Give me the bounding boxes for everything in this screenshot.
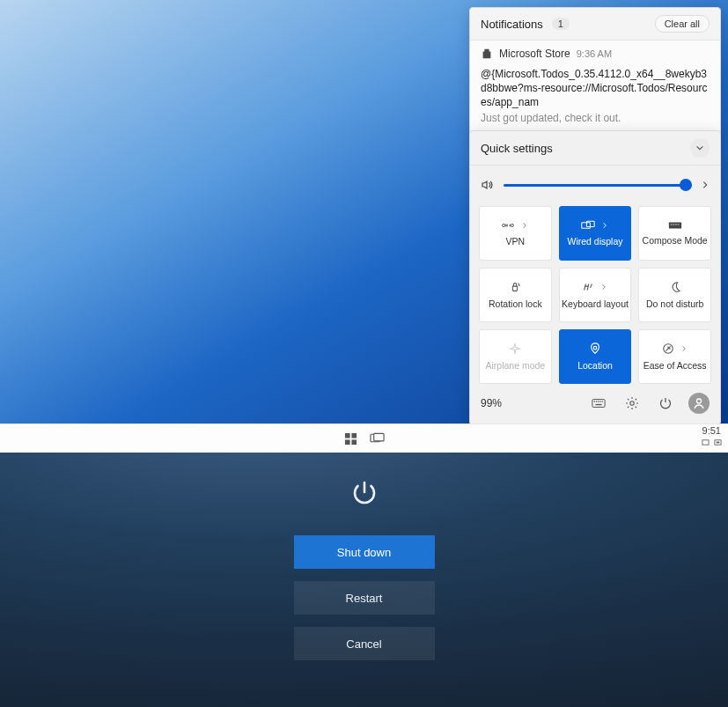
user-icon (692, 396, 706, 410)
tile-label: Do not disturb (646, 298, 703, 309)
chevron-right-icon (600, 221, 609, 230)
taskbar: 9:51 (0, 423, 728, 453)
tile-label: Ease of Access (643, 360, 707, 371)
store-icon (481, 48, 493, 60)
tile-rotation-lock[interactable]: Rotation lock (479, 268, 552, 322)
location-icon (589, 342, 601, 355)
notifications-header: Notifications 1 Clear all (470, 8, 720, 41)
svg-rect-18 (595, 404, 601, 405)
on-screen-keyboard-button[interactable] (588, 393, 609, 414)
svg-rect-13 (594, 401, 595, 401)
tile-ease-of-access[interactable]: Ease of Access (638, 329, 711, 384)
notification-app-name: Microsoft Store (499, 48, 570, 60)
restart-button[interactable]: Restart (294, 581, 435, 615)
chevron-right-icon (599, 283, 608, 291)
vpn-icon (501, 220, 515, 231)
svg-rect-26 (373, 433, 383, 441)
svg-point-19 (630, 401, 634, 405)
volume-slider[interactable] (504, 184, 692, 187)
gear-icon (625, 396, 639, 410)
svg-point-0 (503, 224, 505, 226)
svg-rect-17 (602, 401, 603, 401)
svg-rect-21 (344, 432, 349, 438)
volume-row (470, 166, 720, 201)
quick-settings-footer: 99% (470, 384, 720, 419)
volume-slider-thumb[interactable] (680, 179, 692, 191)
svg-point-1 (511, 224, 514, 226)
tile-label: VPN (506, 236, 526, 247)
shut-down-button[interactable]: Shut down (294, 535, 435, 569)
notification-body: @{Microsoft.Todos_0.35.4112.0_x64__8weky… (481, 67, 710, 110)
notification-subtext: Just got updated, check it out. (481, 112, 710, 124)
tile-label: Wired display (567, 236, 622, 247)
svg-rect-23 (344, 439, 349, 445)
power-button[interactable] (655, 393, 676, 414)
tile-airplane-mode[interactable]: Airplane mode (479, 329, 552, 384)
svg-rect-7 (675, 224, 677, 225)
notifications-count-badge: 1 (552, 18, 570, 30)
svg-rect-16 (599, 401, 600, 401)
keyboard-icon (582, 281, 594, 293)
svg-rect-5 (670, 224, 672, 225)
power-icon (658, 396, 673, 410)
quick-settings-tiles: VPN Wired display Compose Mode Rotation … (470, 201, 720, 384)
notifications-title: Notifications (481, 18, 543, 31)
battery-level: 99% (481, 397, 502, 409)
svg-rect-22 (351, 432, 357, 438)
cancel-button[interactable]: Cancel (294, 627, 435, 660)
volume-expand-button[interactable] (701, 180, 710, 189)
tile-label: Compose Mode (643, 235, 708, 246)
tile-do-not-disturb[interactable]: Do not disturb (638, 268, 711, 322)
notifications-panel: Notifications 1 Clear all Microsoft Stor… (469, 7, 721, 136)
chevron-right-icon (680, 344, 688, 353)
svg-rect-14 (596, 401, 597, 401)
power-icon-large (349, 477, 380, 509)
quick-settings-header: Quick settings (470, 131, 720, 166)
moon-icon (669, 281, 681, 293)
svg-rect-12 (592, 400, 605, 408)
tile-label: Location (577, 360, 613, 371)
tile-label: Rotation lock (489, 298, 542, 309)
chevron-right-icon (701, 180, 710, 189)
taskbar-clock[interactable]: 9:51 (702, 425, 721, 436)
svg-rect-9 (513, 286, 518, 291)
compose-icon (668, 221, 682, 230)
user-button[interactable] (688, 393, 710, 414)
windows-icon (344, 432, 357, 446)
start-button[interactable] (344, 432, 357, 446)
keyboard-icon (592, 398, 606, 409)
tray-icon-1[interactable] (702, 438, 710, 446)
task-view-button[interactable] (370, 432, 385, 446)
svg-rect-8 (677, 224, 679, 225)
rotation-lock-icon (509, 281, 521, 293)
airplane-icon (509, 342, 521, 355)
tray-icon-2[interactable] (714, 438, 722, 446)
chevron-down-icon (695, 144, 704, 152)
tile-compose-mode[interactable]: Compose Mode (638, 206, 711, 261)
tile-wired-display[interactable]: Wired display (559, 206, 632, 261)
quick-settings-panel: Quick settings VPN (469, 130, 721, 425)
speaker-icon[interactable] (481, 178, 495, 192)
system-tray (702, 438, 722, 446)
chevron-right-icon (520, 221, 529, 230)
svg-rect-6 (673, 224, 674, 225)
svg-rect-27 (702, 440, 709, 445)
notification-time: 9:36 AM (577, 48, 612, 59)
quick-settings-title: Quick settings (481, 142, 553, 155)
ease-of-access-icon (662, 342, 674, 355)
svg-rect-24 (351, 439, 357, 445)
svg-point-10 (593, 346, 597, 350)
clear-all-button[interactable]: Clear all (655, 15, 710, 33)
tile-keyboard-layout[interactable]: Keyboard layout (559, 268, 632, 322)
svg-rect-15 (598, 401, 599, 401)
task-view-icon (370, 432, 385, 445)
notification-card[interactable]: Microsoft Store 9:36 AM @{Microsoft.Todo… (470, 41, 720, 135)
svg-rect-2 (582, 223, 591, 228)
tile-vpn[interactable]: VPN (479, 206, 552, 261)
tile-label: Keyboard layout (562, 298, 629, 309)
display-icon (581, 220, 595, 231)
collapse-button[interactable] (690, 138, 710, 158)
desktop-region: Notifications 1 Clear all Microsoft Stor… (0, 0, 728, 423)
settings-button[interactable] (621, 393, 643, 414)
tile-location[interactable]: Location (559, 329, 632, 384)
